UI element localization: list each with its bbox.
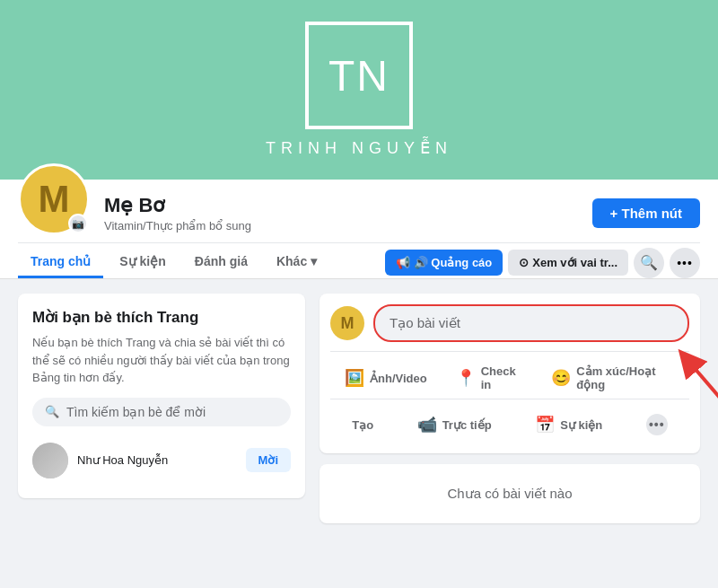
create-text: Tạo (352, 418, 373, 432)
left-sidebar: Mời bạn bè thích Trang Nếu bạn bè thích … (18, 294, 305, 498)
tab-events[interactable]: Sự kiện (107, 247, 178, 278)
more-create-icon: ••• (646, 414, 668, 435)
create-label: Tạo (339, 411, 386, 439)
megaphone-icon: 📢 (396, 256, 410, 269)
avatar-wrap: M 📷 (18, 163, 90, 235)
add-button[interactable]: + Thêm nút (592, 198, 700, 228)
more-icon: ••• (677, 256, 693, 270)
feeling-action[interactable]: 😊 Cảm xúc/Hoạt động (537, 357, 689, 399)
invite-button[interactable]: Mời (246, 448, 291, 472)
live-label: Trực tiếp (442, 418, 492, 432)
checkin-action[interactable]: 📍 Check in (442, 357, 538, 399)
advertise-button[interactable]: 📢 🔊 Quảng cáo (385, 250, 503, 276)
avatar-camera-icon[interactable]: 📷 (68, 214, 88, 233)
cover-logo: TN (328, 51, 390, 101)
feeling-label: Cảm xúc/Hoạt động (576, 364, 675, 391)
friend-name: Như Hoa Nguyễn (77, 453, 237, 467)
event-label: Sự kiện (560, 418, 602, 432)
create-post-input[interactable]: Tạo bài viết (373, 304, 689, 342)
sidebar-title: Mời bạn bè thích Trang (32, 308, 291, 327)
search-button[interactable]: 🔍 (634, 248, 664, 278)
profile-section: M 📷 Mẹ Bơ Vitamin/Thực phẩm bổ sung + Th… (0, 180, 718, 279)
create-post-box: M Tạo bài viết (320, 294, 700, 453)
more-create-button[interactable]: ••• (634, 407, 680, 443)
checkin-label: Check in (481, 364, 523, 391)
cover-photo: TN TRINH NGUYỄN (0, 0, 718, 180)
search-friends-input[interactable]: 🔍 Tìm kiếm bạn bè để mời (32, 398, 291, 426)
page-name: Mẹ Bơ (104, 194, 578, 217)
sidebar-description: Nếu bạn bè thích Trang và chia sẻ bài vi… (32, 334, 291, 387)
tab-more[interactable]: Khác ▾ (264, 247, 329, 278)
view-as-button[interactable]: ⊙ Xem với vai tr... (508, 250, 628, 276)
event-button[interactable]: 📅 Sự kiện (522, 408, 615, 442)
photo-video-label: Ảnh/Video (370, 372, 427, 385)
tab-reviews[interactable]: Đánh giá (182, 247, 260, 278)
more-button[interactable]: ••• (670, 248, 700, 278)
search-friends-icon: 🔍 (45, 405, 59, 418)
post-user-avatar: M (330, 306, 364, 340)
live-button[interactable]: 📹 Trực tiếp (405, 408, 504, 442)
red-arrow-annotation (679, 351, 718, 423)
create-post-placeholder: Tạo bài viết (390, 315, 460, 331)
cover-name: TRINH NGUYỄN (266, 138, 452, 158)
search-icon: 🔍 (640, 254, 658, 271)
main-content: Mời bạn bè thích Trang Nếu bạn bè thích … (0, 279, 718, 538)
photo-icon: 🖼️ (345, 368, 364, 388)
chevron-down-icon: ▾ (311, 254, 317, 268)
search-friends-placeholder: Tìm kiếm bạn bè để mời (66, 405, 206, 419)
no-posts-text: Chưa có bài viết nào (447, 486, 572, 501)
profile-row: M 📷 Mẹ Bơ Vitamin/Thực phẩm bổ sung + Th… (18, 180, 700, 242)
nav-tabs: Trang chủ Sự kiện Đánh giá Khác ▾ 📢 🔊 Qu… (18, 242, 700, 278)
create-live-row: Tạo 📹 Trực tiếp 📅 Sự kiện ••• (330, 399, 689, 443)
post-actions-row: 🖼️ Ảnh/Video 📍 Check in 😊 Cảm xúc/Hoạt đ… (330, 351, 689, 399)
tab-home[interactable]: Trang chủ (18, 247, 103, 278)
friend-avatar (32, 443, 68, 478)
profile-info: Mẹ Bơ Vitamin/Thực phẩm bổ sung (104, 194, 578, 233)
create-post-top: M Tạo bài viết (330, 304, 689, 342)
live-icon: 📹 (417, 415, 437, 434)
cover-logo-box: TN (305, 22, 413, 129)
photo-video-action[interactable]: 🖼️ Ảnh/Video (330, 357, 442, 399)
friend-list-item: Như Hoa Nguyễn Mời (32, 437, 291, 484)
page-category: Vitamin/Thực phẩm bổ sung (104, 219, 578, 233)
feeling-icon: 😊 (551, 368, 571, 388)
right-content: M Tạo bài viết (320, 294, 700, 523)
event-icon: 📅 (535, 415, 555, 434)
no-posts-message: Chưa có bài viết nào (320, 464, 700, 523)
checkin-icon: 📍 (456, 368, 476, 388)
eye-icon: ⊙ (519, 256, 529, 269)
svg-line-1 (687, 360, 718, 423)
nav-right-actions: 📢 🔊 Quảng cáo ⊙ Xem với vai tr... 🔍 ••• (385, 248, 700, 278)
